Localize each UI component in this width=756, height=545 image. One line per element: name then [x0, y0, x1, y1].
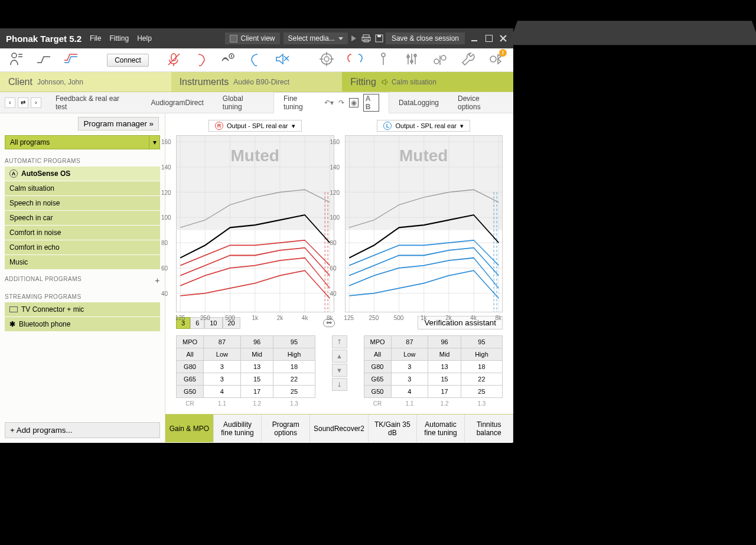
sidebar-item[interactable]: Comfort in noise	[5, 226, 160, 240]
bottom-tab[interactable]: SoundRecover2	[310, 415, 369, 442]
bottom-tab[interactable]: TK/Gain 35 dB	[369, 415, 417, 442]
context-client[interactable]: Client Johnson, John	[0, 72, 171, 92]
titlebar: Phonak Target 5.2 File Fitting Help Clie…	[0, 28, 513, 48]
bottom-tab[interactable]: Automatic fine tuning	[417, 415, 465, 442]
r-badge-icon: R	[215, 122, 223, 130]
chart-l-selector[interactable]: LOutput - SPL real ear ▾	[377, 120, 470, 132]
x-tick: 1k	[421, 315, 427, 321]
sidebar-item[interactable]: Speech in car	[5, 211, 160, 225]
tv-icon	[9, 306, 18, 312]
svg-point-29	[434, 59, 439, 64]
verification-button[interactable]: Verification assistant	[418, 316, 503, 329]
y-tick: 80	[330, 240, 337, 246]
tab-global[interactable]: Global tuning	[213, 92, 273, 113]
ab-icon[interactable]: A B	[363, 94, 379, 112]
x-tick: 250	[369, 315, 379, 321]
tab-device-options[interactable]: Device options	[448, 92, 513, 113]
sidebar-item[interactable]: Comfort in echo	[5, 240, 160, 254]
speaker-icon	[381, 78, 389, 86]
chevron-down-icon	[338, 37, 343, 40]
print-icon[interactable]	[361, 34, 371, 43]
bottom-tab[interactable]: Tinnitus balance	[465, 415, 513, 442]
chart-right: ROutput - SPL real ear ▾ Muted 160140120…	[176, 119, 334, 312]
client-view-toggle[interactable]: Client view	[225, 32, 280, 44]
client-icon[interactable]	[8, 51, 25, 70]
undo-icon[interactable]: ↶▾	[324, 99, 334, 107]
add-programs-button[interactable]: + Add programs...	[5, 422, 160, 438]
curve1-icon[interactable]	[35, 51, 52, 70]
context-fitting[interactable]: Fitting Calm situation	[342, 72, 513, 92]
menu-file[interactable]: File	[90, 34, 101, 43]
x-tick: 4k	[302, 315, 308, 321]
arrow-top-icon[interactable]: ⤒	[332, 335, 347, 348]
arrow-down-icon[interactable]: ▼	[332, 364, 347, 377]
bottom-tab[interactable]: Gain & MPO	[165, 415, 214, 442]
nav-fwd-button[interactable]: ›	[31, 97, 41, 108]
sidebar-item[interactable]: Music	[5, 255, 160, 269]
menu-fitting[interactable]: Fitting	[109, 34, 129, 43]
camera-icon[interactable]: ◉	[349, 98, 359, 107]
connect-button[interactable]: Connect	[107, 54, 149, 67]
arrow-up-icon[interactable]: ▲	[332, 350, 347, 363]
sidebar-item[interactable]: ✱Bluetooth phone	[5, 317, 160, 331]
sliders-icon[interactable]	[403, 51, 420, 70]
program-icon: A	[9, 169, 18, 178]
chart-r-selector[interactable]: ROutput - SPL real ear ▾	[208, 120, 302, 132]
ear-right-icon[interactable]	[193, 51, 209, 70]
svg-point-21	[382, 53, 385, 57]
workspace: ROutput - SPL real ear ▾ Muted 160140120…	[165, 113, 513, 443]
maximize-icon[interactable]	[485, 34, 493, 43]
tab-audiogram[interactable]: AudiogramDirect	[141, 92, 213, 113]
gain-table-right[interactable]: MPO879695AllLowMidHighG8031318G6531522G5…	[176, 335, 315, 409]
nav-back-button[interactable]: ‹	[5, 97, 15, 108]
program-selector[interactable]: All programs ▾	[5, 135, 160, 149]
bluetooth-alert-icon[interactable]	[488, 51, 505, 70]
l-badge-icon: L	[383, 122, 392, 130]
program-manager-button[interactable]: Program manager »	[78, 117, 159, 130]
ear-left-icon[interactable]	[247, 51, 263, 70]
plot-right[interactable]: Muted 1601401201008060401252505001k2k4k8…	[176, 135, 334, 312]
save-close-button[interactable]: Save & close session	[386, 32, 465, 44]
nav-swap-button[interactable]: ⇄	[18, 97, 28, 108]
chevron-down-icon: ▾	[149, 136, 159, 149]
arrow-bottom-icon[interactable]: ⤓	[332, 378, 347, 391]
tab-feedback[interactable]: Feedback & real ear test	[46, 92, 141, 113]
target-icon[interactable]	[318, 51, 335, 70]
data-icon[interactable]	[432, 51, 448, 70]
signal-icon[interactable]	[220, 51, 236, 70]
x-tick: 8k	[327, 315, 333, 321]
save-icon[interactable]	[374, 34, 384, 43]
tab-datalogging[interactable]: DataLogging	[389, 92, 448, 113]
gain-table-left[interactable]: MPO879695AllLowMidHighG8031318G6531522G5…	[364, 335, 503, 409]
speaker-mute-icon[interactable]	[274, 51, 291, 70]
context-instruments[interactable]: Instruments Audéo B90-Direct	[171, 72, 343, 92]
streaming-programs-list: TV Connector + mic✱Bluetooth phone	[5, 302, 160, 332]
sidebar-item[interactable]: AAutoSense OS	[5, 167, 160, 181]
bottom-tab[interactable]: Audibility fine tuning	[214, 415, 262, 442]
app-window: Phonak Target 5.2 File Fitting Help Clie…	[0, 28, 513, 443]
play-icon[interactable]	[351, 35, 356, 41]
y-tick: 100	[161, 214, 171, 221]
toolbar: Connect	[0, 48, 513, 72]
minimize-icon[interactable]	[471, 34, 479, 43]
bottom-tab[interactable]: Program options	[262, 415, 310, 442]
select-media-dropdown[interactable]: Select media...	[284, 32, 348, 44]
redo-icon[interactable]: ↷	[338, 99, 344, 107]
sidebar-item[interactable]: Calm situation	[5, 181, 160, 195]
sidebar-item[interactable]: Speech in noise	[5, 196, 160, 210]
plot-left[interactable]: Muted 1601401201008060401252505001k2k4k8…	[345, 135, 503, 312]
y-tick: 160	[330, 138, 340, 145]
wrench-icon[interactable]	[460, 51, 477, 70]
bottom-tabs: Gain & MPOAudibility fine tuningProgram …	[165, 414, 513, 442]
y-tick: 40	[330, 290, 337, 296]
probe-icon[interactable]	[375, 51, 392, 70]
curve2-icon[interactable]	[63, 51, 79, 70]
mic-mute-icon[interactable]	[165, 51, 182, 70]
sidebar-item[interactable]: TV Connector + mic	[5, 302, 160, 316]
close-icon[interactable]	[499, 34, 507, 43]
menu-help[interactable]: Help	[137, 34, 152, 43]
tab-fine-tuning[interactable]: Fine tuning ↶▾ ↷ ◉ A B	[273, 92, 389, 113]
ears-pair-icon[interactable]	[347, 51, 363, 70]
main-area: Program manager » All programs ▾ AUTOMAT…	[0, 113, 513, 443]
add-icon[interactable]: +	[155, 276, 160, 285]
